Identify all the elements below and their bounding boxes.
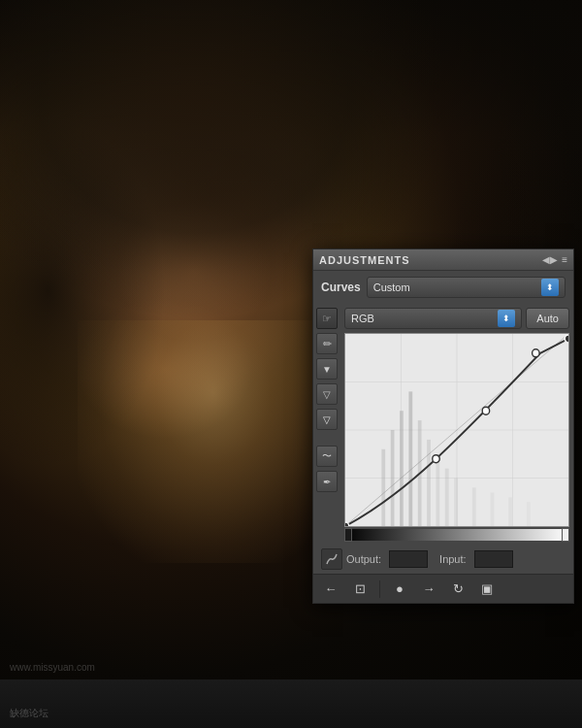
svg-rect-18 — [508, 497, 512, 526]
eyedropper-gray-icon: ▽ — [323, 389, 331, 400]
svg-rect-13 — [436, 459, 439, 526]
svg-rect-12 — [427, 440, 431, 526]
curves-graph[interactable] — [344, 333, 569, 527]
svg-point-21 — [433, 455, 439, 463]
svg-rect-8 — [391, 430, 395, 526]
svg-rect-9 — [400, 411, 404, 526]
toolbar-separator — [379, 580, 380, 598]
rgb-dropdown-label: RGB — [351, 313, 374, 324]
curves-header-row: Curves Custom ⬍ — [313, 271, 573, 304]
output-input-row: Output: Input: — [313, 545, 573, 574]
watermark-label: www.missyuan.com — [10, 662, 95, 673]
gradient-bar[interactable] — [344, 529, 569, 541]
back-arrow-icon: ← — [325, 581, 338, 596]
finger-icon: ☞ — [322, 313, 332, 325]
svg-rect-14 — [445, 469, 449, 526]
eyedropper-gray-button[interactable]: ▽ — [316, 383, 338, 405]
rgb-dropdown[interactable]: RGB ⬍ — [344, 308, 522, 329]
rotate-button[interactable]: ↻ — [446, 579, 469, 600]
svg-point-24 — [565, 335, 568, 343]
gradient-handle-right[interactable] — [562, 528, 569, 542]
input-value-box[interactable] — [474, 550, 513, 568]
graph-column: RGB ⬍ Auto — [340, 304, 573, 545]
curve-wave-icon: 〜 — [322, 449, 332, 463]
curve-icon — [321, 548, 342, 570]
pencil-icon: ✏ — [323, 338, 332, 350]
eyedropper-white-button[interactable]: ▽ — [316, 409, 338, 430]
auto-button[interactable]: Auto — [526, 308, 569, 329]
rotate-icon: ↻ — [453, 581, 464, 596]
pencil-reset-icon: ✒ — [323, 477, 331, 487]
eye-button[interactable]: ● — [388, 579, 411, 600]
eyedropper-white-icon: ▽ — [323, 414, 331, 425]
panel-toolbar: ← ⊡ ● → ↻ ▣ — [313, 574, 573, 603]
custom-dropdown-label: Custom — [373, 281, 410, 293]
panel-titlebar: ADJUSTMENTS ◀▶ ≡ — [313, 249, 573, 271]
curves-svg — [345, 334, 568, 526]
auto-label: Auto — [536, 313, 559, 324]
beard-layer — [78, 320, 349, 563]
finger-tool-button[interactable]: ☞ — [316, 308, 338, 329]
watermark-text: 缺德论坛 — [10, 707, 48, 720]
eyedropper-black-icon: ▼ — [322, 364, 332, 375]
eye-icon: ● — [396, 581, 404, 596]
panel-body: ☞ ✏ ▼ ▽ ▽ 〜 ✒ — [313, 304, 573, 545]
custom-dropdown[interactable]: Custom ⬍ — [367, 277, 566, 298]
rgb-auto-row: RGB ⬍ Auto — [344, 308, 569, 329]
svg-point-23 — [533, 349, 539, 357]
svg-rect-17 — [491, 492, 495, 526]
curves-label: Curves — [321, 281, 361, 294]
trash-icon: ▣ — [481, 581, 493, 596]
history-icon: ⊡ — [355, 581, 366, 596]
svg-rect-7 — [381, 449, 385, 526]
rgb-dropdown-arrow: ⬍ — [498, 310, 515, 327]
tools-column: ☞ ✏ ▼ ▽ ▽ 〜 ✒ — [313, 304, 340, 545]
pencil-reset-button[interactable]: ✒ — [316, 471, 338, 492]
output-label: Output: — [346, 553, 381, 565]
forward-arrow-icon: → — [423, 581, 436, 596]
bottom-watermark: www.missyuan.com — [10, 657, 95, 675]
svg-rect-19 — [527, 502, 531, 526]
back-arrow-button[interactable]: ← — [319, 579, 342, 600]
output-value-box[interactable] — [389, 550, 428, 568]
trash-button[interactable]: ▣ — [475, 579, 499, 600]
curve-wave-button[interactable]: 〜 — [316, 446, 338, 467]
panel-resize-icon[interactable]: ◀▶ — [542, 254, 558, 265]
history-button[interactable]: ⊡ — [348, 579, 372, 600]
svg-rect-10 — [408, 391, 412, 526]
svg-rect-15 — [454, 479, 458, 527]
forward-button[interactable]: → — [417, 579, 440, 600]
main-bottom-bar: 缺德论坛 — [0, 679, 582, 728]
panel-title: ADJUSTMENTS — [319, 254, 410, 266]
pencil-tool-button[interactable]: ✏ — [316, 333, 338, 354]
input-label: Input: — [439, 553, 467, 565]
eyedropper-black-button[interactable]: ▼ — [316, 358, 338, 380]
svg-rect-16 — [472, 487, 476, 526]
panel-menu-button[interactable]: ≡ — [562, 255, 567, 265]
adjustments-panel: ADJUSTMENTS ◀▶ ≡ Curves Custom ⬍ ☞ ✏ ▼ ▽ — [312, 248, 574, 604]
svg-point-22 — [482, 407, 489, 414]
custom-dropdown-arrow: ⬍ — [541, 279, 559, 296]
panel-controls: ◀▶ ≡ — [542, 254, 567, 265]
gradient-handle-left[interactable] — [344, 528, 352, 542]
